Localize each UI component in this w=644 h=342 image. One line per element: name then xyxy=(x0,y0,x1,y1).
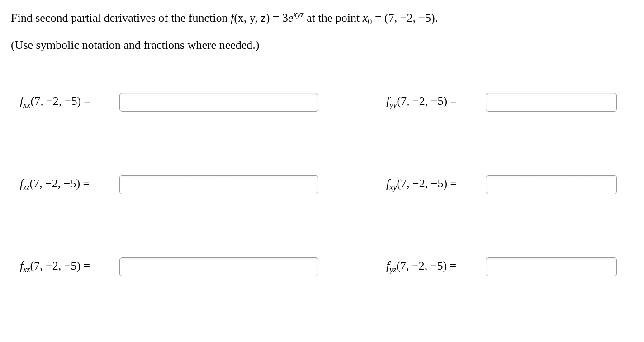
problem-statement: Find second partial derivatives of the f… xyxy=(11,9,633,28)
input-fyz[interactable] xyxy=(486,257,617,276)
answers-grid: fxx(7, −2, −5) = fyy(7, −2, −5) = fzz(7,… xyxy=(11,93,633,276)
label-fyz: fyz(7, −2, −5) = xyxy=(386,259,477,275)
func-args: (x, y, z) xyxy=(234,11,270,24)
label-fyy: fyy(7, −2, −5) = xyxy=(386,95,477,110)
label-fxy: fxy(7, −2, −5) = xyxy=(386,177,477,192)
input-fzz[interactable] xyxy=(119,175,318,194)
point-var: x xyxy=(363,11,368,24)
answer-row-fxz: fxz(7, −2, −5) = xyxy=(20,257,318,276)
e-base: e xyxy=(288,11,294,24)
problem-prefix: Find second partial derivatives of the f… xyxy=(11,11,231,24)
label-fzz: fzz(7, −2, −5) = xyxy=(20,177,110,192)
equals-3: = 3 xyxy=(270,11,288,24)
answer-row-fxy: fxy(7, −2, −5) = xyxy=(386,175,633,194)
point-sub: 0 xyxy=(368,17,372,26)
answer-row-fzz: fzz(7, −2, −5) = xyxy=(20,175,318,194)
exponent: xyz xyxy=(294,10,304,19)
instructions: (Use symbolic notation and fractions whe… xyxy=(11,38,633,52)
input-fxy[interactable] xyxy=(486,175,617,194)
problem-mid: at the point xyxy=(307,11,362,24)
input-fyy[interactable] xyxy=(486,93,617,112)
answer-row-fyz: fyz(7, −2, −5) = xyxy=(386,257,633,276)
label-fxx: fxx(7, −2, −5) = xyxy=(20,95,110,110)
answer-row-fyy: fyy(7, −2, −5) = xyxy=(386,93,633,112)
point-eq: = (7, −2, −5). xyxy=(375,11,438,24)
label-fxz: fxz(7, −2, −5) = xyxy=(20,259,110,275)
input-fxx[interactable] xyxy=(119,93,318,112)
input-fxz[interactable] xyxy=(119,257,318,276)
answer-row-fxx: fxx(7, −2, −5) = xyxy=(20,93,318,112)
